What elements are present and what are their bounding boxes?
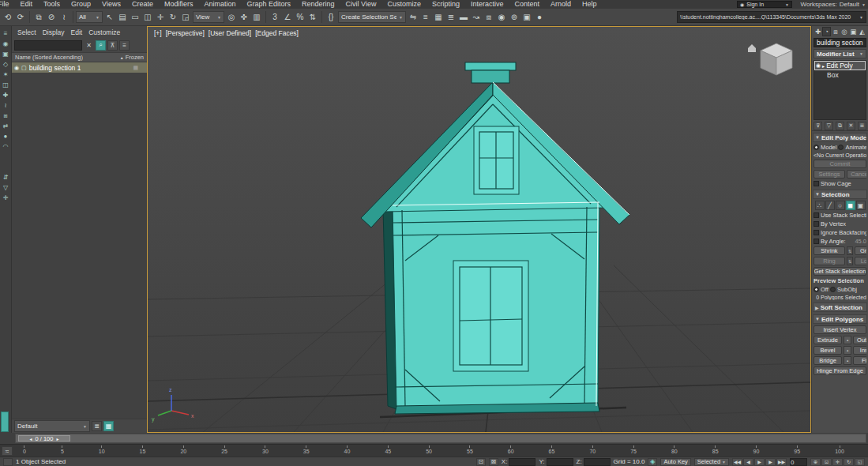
project-folder-field[interactable]: \\student.nottinghamcollege.ac....Q\1133…	[677, 11, 866, 23]
remove-modifier-icon[interactable]: ✕	[847, 122, 855, 130]
workspaces-selector[interactable]: Workspaces: Default ▼	[801, 0, 866, 9]
commit-button[interactable]: Commit	[814, 160, 866, 168]
selection-set-dropdown[interactable]: Default ▼	[14, 420, 90, 432]
polygon-mode-icon[interactable]: ◼	[846, 201, 855, 210]
display-groups-icon[interactable]: ⧈	[1, 111, 11, 120]
display-tab[interactable]: ▣	[849, 27, 858, 36]
explorer-column-header[interactable]: Name (Sorted Ascending) ▲ Frozen	[12, 52, 147, 62]
go-to-end-icon[interactable]: ▶▶	[776, 458, 787, 466]
viewcube-home-icon[interactable]	[748, 44, 756, 52]
next-frame-icon[interactable]: ▶	[765, 458, 776, 466]
named-selection-set-dropdown[interactable]: Create Selection Se ▼	[338, 11, 406, 23]
edge-mode-icon[interactable]: ╱	[825, 201, 835, 210]
outline-button[interactable]: Outline	[853, 336, 866, 344]
rollout-soft-selection[interactable]: ▶ Soft Selection	[813, 303, 867, 312]
set-key-icon[interactable]: ◈	[648, 458, 657, 466]
lock-explorer-icon[interactable]: ⊼	[107, 40, 118, 51]
rollout-edit-poly-mode[interactable]: ▼ Edit Poly Mode	[813, 133, 867, 142]
toggle-scene-explorer-icon[interactable]: ▦	[432, 11, 445, 24]
create-tab[interactable]: ✚	[814, 27, 822, 36]
menu-item[interactable]: Scripting	[426, 0, 465, 9]
hinge-from-edge-button[interactable]: Hinge From Edge	[814, 366, 866, 375]
key-filter-dropdown[interactable]: Selected ▼	[694, 458, 729, 466]
selection-region-icon[interactable]: ▭	[129, 11, 141, 24]
auto-key-button[interactable]: Auto Key	[660, 458, 690, 466]
select-and-move-icon[interactable]: ✛	[154, 11, 167, 24]
display-materials-icon[interactable]: ●	[1, 132, 11, 141]
rollout-selection[interactable]: ▼ Selection	[813, 190, 867, 199]
use-pivot-point-center-icon[interactable]: ◎	[225, 11, 238, 24]
undo-icon[interactable]: ⟲	[2, 11, 14, 24]
bridge-button[interactable]: Bridge	[814, 356, 842, 365]
explorer-menu-display[interactable]: Display	[40, 28, 67, 36]
menu-item[interactable]: Group	[66, 0, 96, 9]
edit-named-selection-sets-icon[interactable]: {}	[325, 11, 337, 24]
view-cube[interactable]	[748, 43, 792, 75]
snaps-toggle-icon[interactable]: 3	[269, 11, 281, 24]
frozen-cell-icon[interactable]: ▦	[133, 65, 138, 71]
stack-item-edit-poly[interactable]: ◉ ▸ Edit Poly	[814, 61, 866, 70]
menu-item[interactable]: File	[0, 0, 15, 9]
extrude-button[interactable]: Extrude	[814, 336, 842, 344]
viewport-general-menu[interactable]: [+]	[154, 29, 162, 37]
menu-item[interactable]: Views	[96, 0, 126, 9]
stack-item-box[interactable]: Box	[814, 70, 866, 80]
selection-filter-dropdown[interactable]: All ▼	[76, 11, 103, 23]
selection-lock-icon[interactable]: ⊠	[489, 458, 498, 466]
display-lights-icon[interactable]: ✶	[1, 70, 11, 79]
select-and-scale-icon[interactable]: ◲	[179, 11, 192, 24]
toggle-layer-explorer-icon[interactable]: ≣	[445, 11, 457, 24]
current-frame-field[interactable]: 0	[790, 458, 807, 466]
render-production-icon[interactable]: ●	[533, 11, 546, 24]
preview-off-radio[interactable]	[814, 287, 819, 292]
by-vertex-checkbox[interactable]	[814, 221, 819, 227]
display-shapes-icon[interactable]: ◇	[1, 60, 11, 69]
explorer-menu-customize[interactable]: Customize	[86, 28, 122, 36]
cancel-button[interactable]: Cancel	[847, 170, 866, 179]
make-unique-icon[interactable]: ⧉	[836, 122, 844, 130]
menu-item[interactable]: Tools	[38, 0, 66, 9]
curve-editor-icon[interactable]: ↝	[470, 11, 483, 24]
modify-tab[interactable]: ◔	[822, 27, 831, 36]
ignore-backfacing-checkbox[interactable]	[814, 230, 819, 235]
vertex-mode-icon[interactable]: ∴	[815, 201, 825, 210]
rendered-frame-window-icon[interactable]: ▣	[520, 11, 533, 24]
window-crossing-icon[interactable]: ◫	[141, 11, 154, 24]
extrude-settings-icon[interactable]: ▪	[844, 336, 851, 344]
zoom-icon[interactable]: ⊕	[810, 458, 821, 466]
preview-subobj-radio[interactable]	[830, 287, 836, 292]
menu-item[interactable]: Interactive	[465, 0, 509, 9]
display-helpers-icon[interactable]: ✚	[1, 91, 11, 100]
explorer-search-input[interactable]	[14, 40, 82, 51]
menu-item[interactable]: Help	[577, 0, 603, 9]
y-coordinate-field[interactable]	[547, 458, 573, 466]
menu-item[interactable]: Animation	[198, 0, 241, 9]
grow-button[interactable]: Grow	[855, 246, 866, 255]
track-bar[interactable]: ≈ 0 5 10 15	[0, 444, 868, 457]
model-radio[interactable]	[814, 145, 819, 150]
display-cameras-icon[interactable]: ◫	[1, 81, 11, 89]
shrink-button[interactable]: Shrink	[814, 246, 845, 255]
inset-button[interactable]: Inset	[853, 346, 866, 355]
maxscript-mini-listener[interactable]	[3, 458, 13, 466]
menu-item[interactable]: Create	[126, 0, 159, 9]
menu-item[interactable]: Civil View	[340, 0, 382, 9]
angle-snap-icon[interactable]: ∠	[281, 11, 294, 24]
settings-button[interactable]: Settings	[814, 170, 845, 179]
viewport-pov-menu[interactable]: [Perspective]	[166, 29, 205, 37]
previous-frame-arrow-icon[interactable]: ◂	[30, 436, 32, 442]
sign-in-button[interactable]: ◉ Sign In ▼	[737, 1, 792, 8]
display-spacewarps-icon[interactable]: ≀	[1, 101, 11, 110]
viewport-shading-menu[interactable]: [Edged Faces]	[255, 29, 299, 37]
by-angle-checkbox[interactable]	[814, 239, 819, 244]
reference-coordinate-dropdown[interactable]: View ▼	[193, 11, 224, 23]
footer-grid-icon[interactable]: ▦	[103, 421, 114, 431]
flip-button[interactable]: Flip	[853, 356, 866, 365]
display-geometry-icon[interactable]: ▣	[1, 50, 11, 58]
explorer-menu-select[interactable]: Select	[15, 28, 39, 36]
footer-list-icon[interactable]: ≣	[92, 421, 102, 431]
select-and-manipulate-icon[interactable]: ✜	[238, 11, 250, 24]
show-end-result-icon[interactable]: ▽	[825, 122, 833, 130]
time-slider-track[interactable]: ◂ 0 / 100 ▸	[15, 434, 866, 443]
spinner-icon[interactable]: ⇅	[847, 257, 853, 265]
